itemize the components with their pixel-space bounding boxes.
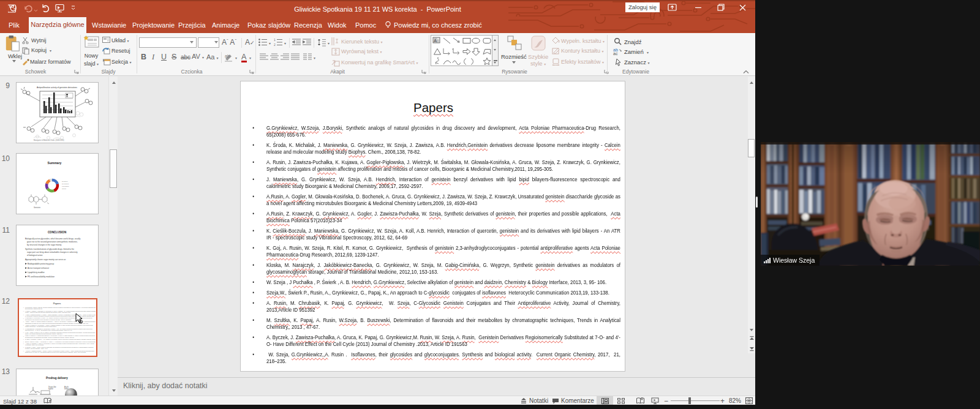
svg-text:•: •: [23, 343, 24, 344]
svg-text:Active transport enhancer: Active transport enhancer: [28, 267, 49, 269]
svg-text:•: •: [23, 336, 24, 337]
svg-text:ab: ab: [225, 54, 230, 58]
svg-text:glycosides: glycosides: [62, 183, 69, 185]
svg-text:genistein: genistein: [62, 181, 68, 182]
svg-text:•: •: [23, 321, 24, 322]
svg-text:Summary: Summary: [48, 161, 62, 165]
svg-text:•: •: [23, 328, 24, 329]
svg-text:Synthetic transformations of g: Synthetic transformations of glycoside d…: [25, 248, 74, 250]
svg-text:by structural changes in the s: by structural changes in the sugar moiet…: [27, 244, 62, 246]
svg-text:Appropriately chosen sugar moi: Appropriately chosen sugar moiety can se…: [25, 258, 66, 261]
svg-text:•: •: [23, 332, 24, 333]
svg-text:of biological action: of biological action: [27, 254, 43, 257]
svg-text:Antiproliferative activity of: Antiproliferative activity of genistein …: [37, 86, 77, 89]
svg-text:•: •: [23, 339, 24, 340]
svg-text:•: •: [23, 350, 24, 351]
svg-text:Biodegradable protecting group: Biodegradable protecting group: [28, 263, 54, 265]
svg-text:activity: activity: [62, 188, 67, 190]
svg-text:•: •: [23, 314, 24, 315]
svg-text:Substituted at 7-O- and 4'-O-: Substituted at 7-O- and 4'-O- Have Diffe…: [25, 351, 86, 353]
svg-text:Lipophilicity modifier: Lipophilicity modifier: [28, 271, 45, 274]
svg-text:PK and bioavailability modulat: PK and bioavailability modulator: [28, 276, 55, 278]
svg-text:Bioorganic & Medicinal Chem. (: Bioorganic & Medicinal Chem. (2008-2016): [34, 139, 64, 141]
svg-text:sugar part can bring about rem: sugar part can bring about remarkable ch…: [27, 251, 78, 253]
svg-text:•: •: [23, 325, 24, 326]
svg-text:Papers: Papers: [53, 302, 61, 305]
svg-text:A: A: [434, 38, 437, 43]
svg-text:ligand: ligand: [48, 388, 53, 390]
svg-text:•: •: [23, 318, 24, 319]
svg-text:gave rise to the second genera: gave rise to the second generation semis…: [27, 241, 78, 243]
svg-text:1: 1: [274, 39, 276, 42]
svg-text:CONCLUSION: CONCLUSION: [48, 231, 66, 234]
svg-text:Prodrug delivery: Prodrug delivery: [46, 377, 68, 380]
svg-text:•: •: [23, 310, 24, 312]
svg-text:Biologically active glycosides: Biologically active glycosides, which be…: [25, 238, 81, 240]
svg-text:ac: ac: [613, 51, 618, 55]
svg-text:conjugates: conjugates: [62, 186, 69, 187]
svg-text:2: 2: [274, 43, 276, 46]
svg-text:•: •: [23, 307, 24, 308]
svg-text:•: •: [23, 347, 24, 348]
svg-text:•: •: [23, 341, 24, 342]
svg-text:Genistein: Genistein: [34, 206, 41, 209]
